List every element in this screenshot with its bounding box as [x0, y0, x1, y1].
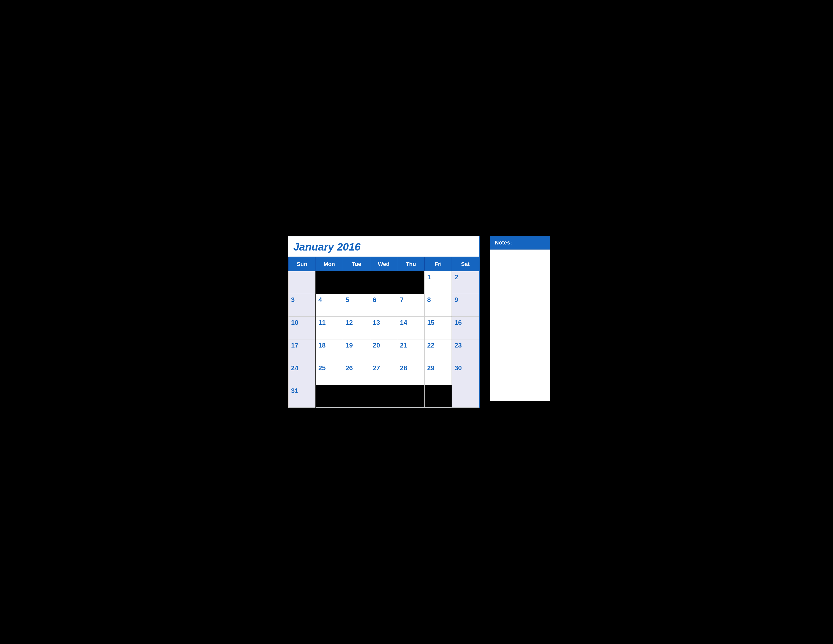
calendar-title-area: January 2016	[288, 237, 479, 257]
day-number: 28	[400, 364, 422, 372]
calendar-row: 31	[288, 385, 479, 407]
calendar-cell: 19	[343, 340, 370, 362]
day-number: 26	[346, 364, 368, 372]
calendar-cell: 28	[397, 362, 425, 385]
calendar-header-row: SunMonTueWedThuFriSat	[288, 258, 479, 271]
header-sun: Sun	[288, 258, 316, 271]
calendar-cell	[397, 271, 425, 294]
calendar-cell: 11	[315, 317, 343, 340]
calendar-cell: 24	[288, 362, 316, 385]
calendar-cell: 15	[425, 317, 452, 340]
calendar-cell: 16	[452, 317, 479, 340]
calendar-cell	[425, 385, 452, 407]
page: January 2016 SunMonTueWedThuFriSat 12345…	[278, 221, 555, 423]
calendar-cell	[288, 271, 316, 294]
calendar-cell: 6	[370, 294, 397, 317]
day-number: 29	[427, 364, 449, 372]
day-number: 30	[455, 364, 476, 372]
day-number: 13	[373, 319, 395, 327]
calendar-cell: 9	[452, 294, 479, 317]
calendar-cell: 30	[452, 362, 479, 385]
calendar-cell: 1	[425, 271, 452, 294]
calendar-cell: 31	[288, 385, 316, 407]
day-number: 31	[291, 387, 313, 395]
calendar-cell: 22	[425, 340, 452, 362]
calendar-cell: 20	[370, 340, 397, 362]
day-number: 16	[455, 319, 476, 327]
day-number: 18	[318, 341, 340, 349]
day-number: 8	[427, 296, 449, 304]
calendar-cell	[343, 271, 370, 294]
calendar-cell: 21	[397, 340, 425, 362]
calendar-cell: 27	[370, 362, 397, 385]
day-number: 25	[318, 364, 340, 372]
notes-body[interactable]	[490, 250, 550, 401]
header-thu: Thu	[397, 258, 425, 271]
notes-header: Notes:	[490, 236, 550, 250]
calendar-cell: 18	[315, 340, 343, 362]
day-number: 24	[291, 364, 313, 372]
day-number: 19	[346, 341, 368, 349]
notes-section: Notes:	[490, 236, 550, 401]
calendar-cell	[315, 385, 343, 407]
day-number: 27	[373, 364, 395, 372]
calendar-cell: 3	[288, 294, 316, 317]
day-number: 23	[455, 341, 476, 349]
calendar-cell: 29	[425, 362, 452, 385]
header-mon: Mon	[315, 258, 343, 271]
calendar-cell	[370, 385, 397, 407]
day-number: 20	[373, 341, 395, 349]
day-number: 4	[318, 296, 340, 304]
calendar-cell: 8	[425, 294, 452, 317]
calendar-cell: 13	[370, 317, 397, 340]
calendar-grid: SunMonTueWedThuFriSat 123456789101112131…	[288, 257, 479, 407]
day-number: 11	[318, 319, 340, 327]
header-fri: Fri	[425, 258, 452, 271]
calendar-cell: 26	[343, 362, 370, 385]
day-number: 10	[291, 319, 313, 327]
day-number: 15	[427, 319, 449, 327]
calendar-cell: 17	[288, 340, 316, 362]
day-number: 5	[346, 296, 368, 304]
day-number: 1	[427, 273, 449, 281]
calendar-cell: 12	[343, 317, 370, 340]
day-number: 2	[455, 273, 476, 281]
calendar-cell: 25	[315, 362, 343, 385]
calendar-cell: 14	[397, 317, 425, 340]
header-sat: Sat	[452, 258, 479, 271]
day-number: 3	[291, 296, 313, 304]
day-number: 7	[400, 296, 422, 304]
calendar-cell	[397, 385, 425, 407]
calendar-cell: 23	[452, 340, 479, 362]
day-number: 6	[373, 296, 395, 304]
calendar-cell: 4	[315, 294, 343, 317]
calendar-month-year: January 2016	[293, 241, 474, 253]
day-number: 21	[400, 341, 422, 349]
calendar-cell: 7	[397, 294, 425, 317]
calendar-cell	[370, 271, 397, 294]
header-wed: Wed	[370, 258, 397, 271]
header-tue: Tue	[343, 258, 370, 271]
day-number: 12	[346, 319, 368, 327]
day-number: 22	[427, 341, 449, 349]
calendar-row: 3456789	[288, 294, 479, 317]
calendar-row: 12	[288, 271, 479, 294]
calendar-row: 17181920212223	[288, 340, 479, 362]
day-number: 14	[400, 319, 422, 327]
calendar-cell: 5	[343, 294, 370, 317]
calendar-row: 10111213141516	[288, 317, 479, 340]
day-number: 17	[291, 341, 313, 349]
calendar-cell	[315, 271, 343, 294]
calendar-cell: 2	[452, 271, 479, 294]
calendar-cell	[343, 385, 370, 407]
day-number: 9	[455, 296, 476, 304]
calendar: January 2016 SunMonTueWedThuFriSat 12345…	[288, 236, 479, 408]
calendar-row: 24252627282930	[288, 362, 479, 385]
calendar-cell: 10	[288, 317, 316, 340]
calendar-cell	[452, 385, 479, 407]
